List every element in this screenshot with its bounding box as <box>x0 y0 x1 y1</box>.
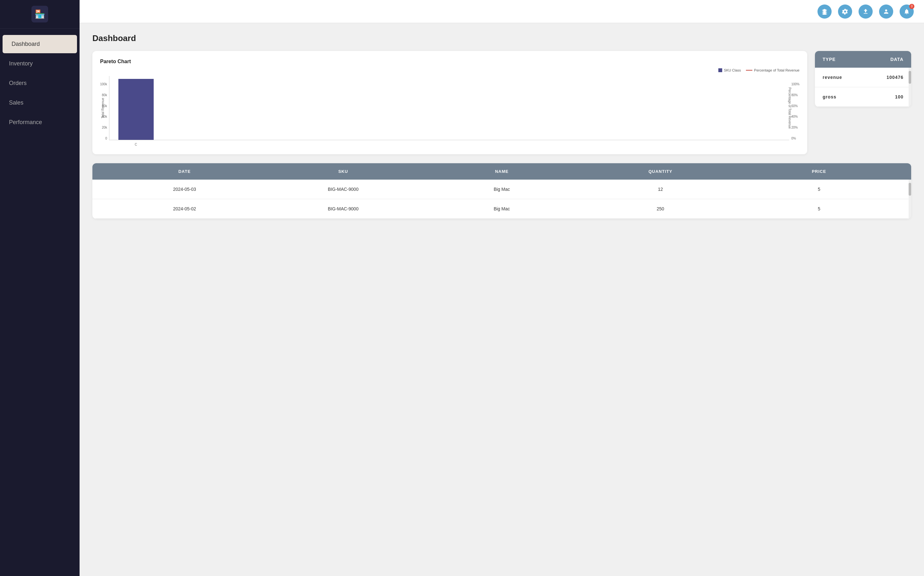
content-area: Dashboard Pareto Chart SKU Class Percent… <box>80 23 924 576</box>
type-row-revenue: revenue 100476 <box>815 68 911 87</box>
type-header-label: TYPE <box>823 57 878 62</box>
y-label-left: Total Revenue <box>101 98 104 118</box>
cell-name-2: Big Mac <box>423 206 581 211</box>
type-data-scrollbar-thumb[interactable] <box>909 71 911 84</box>
cell-date-2: 2024-05-02 <box>105 206 264 211</box>
type-data-card: TYPE DATA revenue 100476 gross 100 <box>815 51 911 107</box>
col-date: DATE <box>105 169 264 174</box>
chart-legend: SKU Class Percentage of Total Revenue <box>100 68 799 72</box>
sidebar: 🏪 Dashboard Inventory Orders Sales Perfo… <box>0 0 80 576</box>
user-button[interactable] <box>879 5 893 19</box>
type-data-body: revenue 100476 gross 100 <box>815 68 911 107</box>
cell-price-2: 5 <box>740 206 898 211</box>
col-quantity: QUANTITY <box>581 169 740 174</box>
layers-button[interactable] <box>817 5 831 19</box>
pareto-bar <box>119 79 154 140</box>
cards-row: Pareto Chart SKU Class Percentage of Tot… <box>92 51 911 154</box>
type-gross-value: 100 <box>878 94 903 99</box>
cell-date-1: 2024-05-03 <box>105 187 264 192</box>
col-sku: SKU <box>264 169 422 174</box>
sidebar-item-sales[interactable]: Sales <box>0 94 80 112</box>
type-data-scrollbar[interactable] <box>909 68 911 107</box>
notifications-button[interactable]: 0 <box>900 5 914 19</box>
legend-sku-class: SKU Class <box>718 68 741 72</box>
sidebar-item-inventory[interactable]: Inventory <box>0 54 80 73</box>
chart-plot: Total Revenue Percentage of Total Revenu… <box>109 76 789 140</box>
type-row-gross: gross 100 <box>815 87 911 107</box>
cell-price-1: 5 <box>740 187 898 192</box>
table-header: DATE SKU NAME QUANTITY PRICE <box>92 163 911 179</box>
chart-title: Pareto Chart <box>100 59 799 64</box>
pareto-chart-card: Pareto Chart SKU Class Percentage of Tot… <box>92 51 807 154</box>
main-area: 0 Dashboard Pareto Chart SKU Class Perce… <box>80 0 924 576</box>
sidebar-item-performance[interactable]: Performance <box>0 113 80 131</box>
cell-name-1: Big Mac <box>423 187 581 192</box>
logo-icon: 🏪 <box>32 6 48 22</box>
y-label-right: Percentage of Total Revenue <box>788 87 791 129</box>
table-row: 2024-05-02 BIG-MAC-9000 Big Mac 250 5 <box>92 199 911 219</box>
legend-revenue-pct: Percentage of Total Revenue <box>746 68 799 72</box>
download-button[interactable] <box>858 5 873 19</box>
type-data-header: TYPE DATA <box>815 51 911 68</box>
cell-quantity-1: 12 <box>581 187 740 192</box>
table-body: 2024-05-03 BIG-MAC-9000 Big Mac 12 5 202… <box>92 179 911 219</box>
page-title: Dashboard <box>92 34 911 43</box>
sidebar-item-dashboard[interactable]: Dashboard <box>3 35 77 53</box>
table-scrollbar-thumb[interactable] <box>909 183 911 196</box>
legend-line-icon <box>746 70 753 70</box>
settings-button[interactable] <box>838 5 852 19</box>
legend-bar-icon <box>718 68 722 72</box>
col-price: PRICE <box>740 169 898 174</box>
legend-bar-label: SKU Class <box>724 68 741 72</box>
col-name: NAME <box>423 169 581 174</box>
data-header-label: DATA <box>878 57 903 62</box>
table-row: 2024-05-03 BIG-MAC-9000 Big Mac 12 5 <box>92 179 911 199</box>
table-scrollbar[interactable] <box>909 179 911 219</box>
legend-line-label: Percentage of Total Revenue <box>754 68 799 72</box>
cell-sku-1: BIG-MAC-9000 <box>264 187 422 192</box>
sidebar-nav: Dashboard Inventory Orders Sales Perform… <box>0 29 80 138</box>
chart-area: 100k 80k 60k 40k 20k 0 Total Revenue Per… <box>100 76 799 147</box>
type-revenue-label: revenue <box>823 75 878 80</box>
sidebar-logo: 🏪 <box>0 0 80 29</box>
cell-sku-2: BIG-MAC-9000 <box>264 206 422 211</box>
x-axis-label: C <box>119 143 154 146</box>
header: 0 <box>80 0 924 23</box>
type-gross-label: gross <box>823 94 878 99</box>
cell-quantity-2: 250 <box>581 206 740 211</box>
notification-badge: 0 <box>909 4 914 9</box>
sidebar-item-orders[interactable]: Orders <box>0 74 80 92</box>
sales-table-card: DATE SKU NAME QUANTITY PRICE 2024-05-03 … <box>92 163 911 219</box>
type-revenue-value: 100476 <box>878 75 903 80</box>
